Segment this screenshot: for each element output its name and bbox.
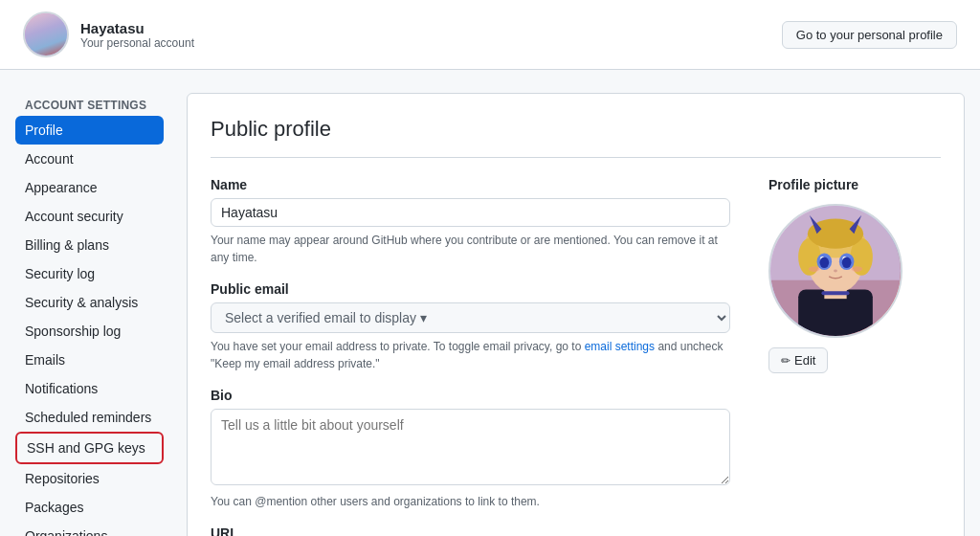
sidebar-item-account-security[interactable]: Account security xyxy=(15,202,164,231)
username: Hayatasu xyxy=(80,20,194,36)
sidebar-item-profile[interactable]: Profile xyxy=(15,116,164,145)
svg-point-15 xyxy=(842,257,852,268)
sidebar-item-appearance[interactable]: Appearance xyxy=(15,173,164,202)
sidebar-item-organizations[interactable]: Organizations xyxy=(15,522,164,536)
edit-btn-label: Edit xyxy=(794,353,815,368)
profile-picture-label: Profile picture xyxy=(768,177,941,192)
user-subtitle: Your personal account xyxy=(80,36,194,50)
sidebar-item-sponsorship-log[interactable]: Sponsorship log xyxy=(15,317,164,346)
sidebar-item-packages[interactable]: Packages xyxy=(15,493,164,522)
user-info: Hayatasu Your personal account xyxy=(23,11,194,57)
pencil-icon: ✏ xyxy=(781,354,791,368)
svg-point-17 xyxy=(809,266,820,272)
public-email-select[interactable]: Select a verified email to display ▾ xyxy=(211,302,730,333)
svg-point-18 xyxy=(852,266,863,272)
public-email-group: Public email Select a verified email to … xyxy=(211,281,730,372)
profile-avatar-svg xyxy=(770,204,901,338)
main-layout: Account settings Profile Account Appeara… xyxy=(0,70,980,536)
avatar xyxy=(23,11,69,57)
sidebar-item-account[interactable]: Account xyxy=(15,145,164,173)
name-hint: Your name may appear around GitHub where… xyxy=(211,232,730,266)
public-email-label: Public email xyxy=(211,281,730,297)
content-area: Public profile Name Your name may appear… xyxy=(187,93,965,536)
bio-group: Bio You can @mention other users and org… xyxy=(211,388,730,510)
sidebar-item-billing-plans[interactable]: Billing & plans xyxy=(15,231,164,259)
name-input[interactable] xyxy=(211,198,730,227)
public-email-hint: You have set your email address to priva… xyxy=(211,338,730,372)
name-label: Name xyxy=(211,177,730,192)
profile-pic-container: ✏ Edit xyxy=(768,204,902,373)
top-bar: Hayatasu Your personal account Go to you… xyxy=(0,0,980,70)
svg-point-16 xyxy=(834,270,837,273)
sidebar-item-notifications[interactable]: Notifications xyxy=(15,374,164,403)
email-settings-link[interactable]: email settings xyxy=(585,340,655,353)
url-group: URL xyxy=(211,525,730,536)
avatar-image xyxy=(25,13,67,56)
svg-rect-19 xyxy=(821,291,849,295)
sidebar: Account settings Profile Account Appeara… xyxy=(15,93,164,536)
name-group: Name Your name may appear around GitHub … xyxy=(211,177,730,266)
sidebar-item-ssh-gpg-keys[interactable]: SSH and GPG keys xyxy=(15,432,164,464)
url-label: URL xyxy=(211,525,730,536)
sidebar-item-scheduled-reminders[interactable]: Scheduled reminders xyxy=(15,403,164,432)
bio-textarea[interactable] xyxy=(211,409,730,485)
sidebar-item-security-log[interactable]: Security log xyxy=(15,259,164,288)
profile-form: Name Your name may appear around GitHub … xyxy=(211,177,730,536)
user-text: Hayatasu Your personal account xyxy=(80,20,194,50)
page-title: Public profile xyxy=(211,117,941,158)
sidebar-item-emails[interactable]: Emails xyxy=(15,346,164,374)
sidebar-item-security-analysis[interactable]: Security & analysis xyxy=(15,288,164,317)
bio-label: Bio xyxy=(211,388,730,403)
profile-picture-image xyxy=(768,204,902,338)
profile-right: Profile picture xyxy=(768,177,941,536)
svg-point-14 xyxy=(819,257,829,268)
go-to-profile-button[interactable]: Go to your personal profile xyxy=(782,21,957,49)
edit-picture-button[interactable]: ✏ Edit xyxy=(768,347,828,373)
bio-hint: You can @mention other users and organiz… xyxy=(211,493,730,510)
profile-body: Name Your name may appear around GitHub … xyxy=(211,177,941,536)
sidebar-section-label: Account settings xyxy=(15,93,164,116)
sidebar-item-repositories[interactable]: Repositories xyxy=(15,464,164,493)
